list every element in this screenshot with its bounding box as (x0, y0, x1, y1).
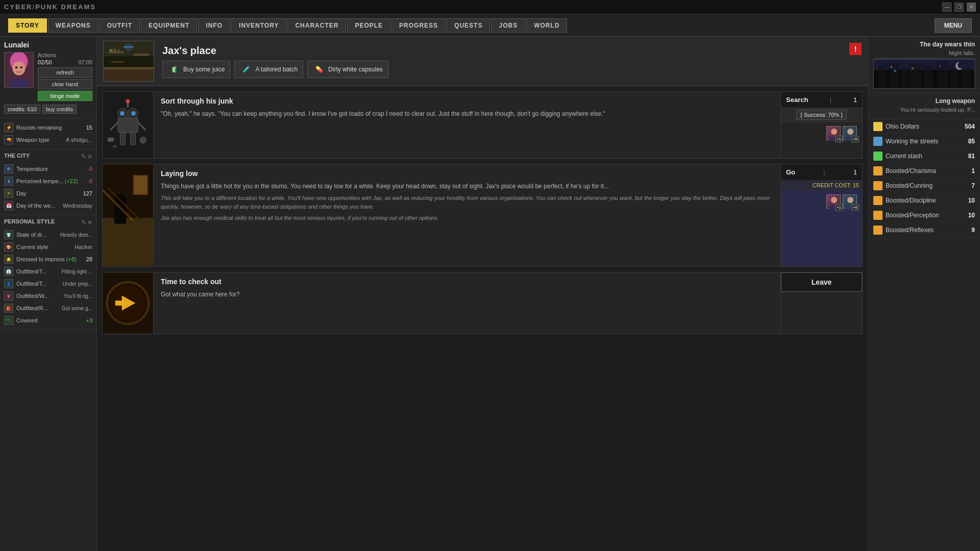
nav-info[interactable]: INFO (198, 18, 230, 33)
boosted-charisma-icon (873, 166, 883, 176)
boosted-discipline-icon (873, 196, 883, 205)
rounds-remaining-row: ⚡ Rounds remaining 15 (4, 121, 92, 134)
nav-people[interactable]: PEOPLE (347, 18, 390, 33)
danger-icon: ! (849, 43, 862, 55)
current-stash-icon (873, 152, 883, 161)
buy-juice-button[interactable]: 🧃 Buy some juice (162, 61, 230, 78)
working-streets-value: 85 (968, 138, 975, 145)
city-edit-icon[interactable]: ✎ (81, 153, 86, 160)
day-icon: ☀ (4, 189, 13, 198)
stat-boosted-cunning: Boosted/Cunning 7 (868, 179, 980, 193)
svg-rect-17 (104, 67, 154, 69)
svg-rect-8 (109, 51, 124, 53)
weekday-value: Wednesday (63, 203, 92, 209)
clear-hand-button[interactable]: clear hand (38, 79, 92, 89)
search-label: Search (786, 96, 808, 104)
nav-inventory[interactable]: INVENTORY (231, 18, 286, 33)
svg-rect-71 (894, 70, 896, 72)
dressed-to-impress-value: 28 (86, 256, 92, 262)
right-sidebar: The day wears thin Night falls. (868, 37, 980, 551)
go-label: Go (786, 168, 795, 176)
buy-juice-label: Buy some juice (183, 66, 225, 73)
stat-working-streets: Working the streets 85 (868, 134, 980, 149)
svg-point-52 (847, 197, 853, 203)
maximize-button[interactable]: ❐ (954, 3, 964, 12)
player-name: Lunalei (4, 41, 92, 49)
day-value: 127 (83, 190, 92, 196)
stat-boosted-reflexes: Boosted/Reflexes 9 (868, 223, 980, 238)
ohio-dollars-icon (873, 122, 883, 131)
leave-button[interactable]: Leave (781, 272, 862, 292)
white-capsules-button[interactable]: 💊 Dirty white capsules (307, 61, 388, 78)
scene-sort-junk-panel: Search | 1 [ Success: 70% ] +1 (780, 92, 862, 158)
event-long-weapon: Long weapon You're seriously tooled up. … (868, 93, 980, 119)
scene-laying-low-panel: Go | 1 CREDIT COST: 15 +1 (780, 164, 862, 266)
scene-laying-low-header: Go | 1 (781, 164, 862, 180)
credits-badge: credits: 610 (4, 105, 40, 114)
go-avatar-2-badge: +6 (851, 204, 859, 211)
binge-mode-button[interactable]: binge mode (38, 91, 92, 101)
close-button[interactable]: ✕ (967, 3, 976, 12)
outfitted-t2-icon: 👗 (4, 279, 13, 288)
nav-story[interactable]: STORY (8, 18, 47, 33)
nav-outfit[interactable]: OUTFIT (100, 18, 140, 33)
left-sidebar: Lunalei (0, 37, 97, 551)
outfitted-w-label: Outfitted/W... (16, 293, 61, 299)
scene-sort-junk-avatars: +1 +6 (781, 122, 862, 144)
outfitted-t1-icon: 👔 (4, 267, 13, 276)
nav-world[interactable]: WORLD (526, 18, 567, 33)
day-label: Day (16, 190, 80, 196)
svg-rect-23 (131, 111, 135, 115)
perceived-temp-icon: 🌡 (4, 177, 13, 186)
white-capsules-label: Dirty white capsules (328, 66, 383, 73)
scene-laying-low-body: Laying low Things have got a little hot … (154, 164, 780, 266)
state-of-dress-row: 👕 State of dr... Heavily dres... (4, 229, 92, 241)
outfitted-w-row: 🧣 Outfitted/W... You'll fit rig... (4, 290, 92, 302)
nav-quests[interactable]: QUESTS (447, 18, 490, 33)
city-close-icon[interactable]: ✕ (87, 153, 92, 160)
actions-row: 02/50 07:05 (38, 59, 92, 65)
svg-rect-28 (120, 133, 126, 145)
outfitted-r-value: Got some g... (62, 306, 92, 311)
dressed-to-impress-icon: ⭐ (4, 255, 13, 264)
scene-sort-junk-body: Sort through his junk "Oh, yeah," he say… (154, 92, 780, 158)
nav-jobs[interactable]: JOBS (491, 18, 525, 33)
temperature-icon: ❄ (4, 164, 13, 173)
player-info-row: Actions 02/50 07:05 refresh clear hand b… (4, 52, 92, 103)
nav-progress[interactable]: PROGRESS (391, 18, 446, 33)
boosted-perception-icon (873, 211, 883, 220)
nav-equipment[interactable]: EQUIPMENT (141, 18, 197, 33)
menu-button[interactable]: MENU (935, 18, 972, 33)
boosted-perception-label: Boosted/Perception (886, 212, 965, 219)
combat-section: ⚡ Rounds remaining 15 🔫 Weapon type A sh… (0, 118, 96, 149)
perceived-temp-label: Perceived tempe... (+22) (16, 178, 84, 184)
ohio-dollars-value: 504 (965, 123, 975, 130)
scene-laying-low-title: Laying low (161, 169, 773, 178)
scene-laying-low-italic2: Jax also has enough medical skills to tr… (161, 214, 773, 222)
event2-sub: You're seriously tooled up. P... (873, 107, 975, 113)
style-close-icon[interactable]: ✕ (87, 219, 92, 226)
event-day-wears-thin: The day wears thin Night falls. (868, 37, 980, 93)
right-stats: Ohio Dollars 504 Working the streets 85 … (868, 119, 980, 238)
scene-check-out-title: Time to check out (161, 278, 773, 286)
window-controls[interactable]: — ❐ ✕ (942, 3, 976, 12)
capsules-icon: 💊 (313, 63, 325, 76)
svg-rect-69 (961, 69, 971, 87)
rounds-value: 15 (86, 124, 92, 131)
current-style-icon: 🎨 (4, 242, 13, 252)
style-edit-icon[interactable]: ✎ (81, 219, 86, 226)
nav-character[interactable]: CHARACTER (287, 18, 346, 33)
svg-point-25 (126, 99, 130, 104)
actions-label: Actions (38, 52, 92, 58)
outfitted-t1-row: 👔 Outfitted/T... Fitting right ... (4, 265, 92, 278)
weekday-row: 📅 Day of the we... Wednesday (4, 199, 92, 212)
nav-weapons[interactable]: WEAPONS (48, 18, 99, 33)
tailored-batch-button[interactable]: 🧪 A tailored batch (234, 61, 303, 78)
buy-credits-button[interactable]: buy credits (42, 105, 77, 114)
svg-rect-76 (874, 60, 974, 70)
outfitted-t1-label: Outfitted/T... (16, 268, 58, 274)
boosted-charisma-label: Boosted/Charisma (886, 167, 968, 174)
scene-check-out: Time to check out Got what you came here… (102, 272, 863, 334)
refresh-button[interactable]: refresh (38, 67, 92, 78)
minimize-button[interactable]: — (942, 3, 951, 12)
